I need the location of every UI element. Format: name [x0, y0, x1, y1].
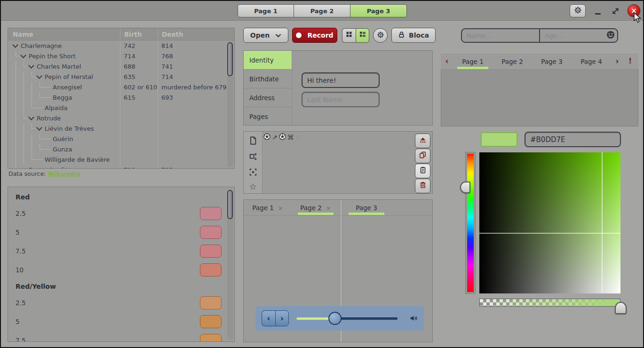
scroll-right-chevron-icon[interactable]: ›	[611, 56, 623, 66]
list-item[interactable]: 2.5	[8, 293, 234, 312]
paste-button[interactable]	[415, 164, 430, 178]
document-icon[interactable]	[249, 136, 257, 147]
tree-guide	[20, 154, 28, 165]
table-row[interactable]: Pepin of Herstal635714	[8, 71, 234, 82]
wikipedia-link[interactable]: Wikipedia	[48, 170, 81, 177]
delete-button[interactable]	[415, 179, 430, 193]
list-view-button[interactable]	[356, 28, 369, 43]
name-input[interactable]	[467, 32, 537, 40]
hue-slider-handle[interactable]	[460, 182, 470, 193]
table-row[interactable]: Alpaida	[8, 103, 234, 113]
tree-guide	[12, 134, 20, 144]
titlebar-tab-page-2[interactable]: Page 2	[294, 4, 350, 17]
hex-color-input[interactable]	[525, 132, 621, 147]
record-button[interactable]: Record	[292, 28, 337, 43]
titlebar-tab-page-3[interactable]: Page 3	[350, 4, 407, 17]
table-row[interactable]: Pepin the Short714768	[8, 51, 234, 61]
expander-chevron-icon[interactable]	[20, 53, 28, 59]
seek-slider-handle[interactable]	[328, 312, 342, 325]
right-tab-page-2[interactable]: Page 2	[493, 53, 532, 70]
maximize-icon[interactable]	[612, 7, 620, 17]
column-header-birth[interactable]: Birth	[120, 28, 158, 40]
close-tab-icon[interactable]: ×	[326, 205, 331, 212]
table-row[interactable]: Liévin de Trèves	[8, 123, 234, 134]
list-item-label: 5	[16, 229, 20, 236]
scrollbar[interactable]	[227, 189, 233, 340]
minimize-icon[interactable]	[595, 13, 601, 15]
open-button[interactable]: Open	[243, 28, 288, 43]
scrollbar-thumb[interactable]	[227, 190, 233, 219]
bloca-button[interactable]: Bloca	[391, 28, 436, 43]
settings-button[interactable]	[570, 4, 586, 17]
tree-guide	[20, 134, 28, 144]
scrollbar[interactable]	[227, 41, 233, 167]
next-button[interactable]: ›	[275, 310, 289, 326]
column-header-name[interactable]: Name	[8, 31, 120, 38]
smiley-icon[interactable]	[606, 30, 615, 41]
hue-slider[interactable]	[466, 152, 475, 293]
pages-tab-page-2[interactable]: Page 2×	[292, 200, 340, 216]
table-row[interactable]: Charles Martel688741	[8, 61, 234, 71]
list-item-label: 5	[16, 318, 20, 325]
expander-chevron-icon[interactable]	[28, 63, 36, 70]
seek-slider[interactable]	[296, 317, 398, 320]
tree-connector	[28, 154, 44, 165]
list-item[interactable]: 5	[8, 223, 234, 242]
table-row[interactable]: Charlemagne742814	[8, 40, 234, 51]
titlebar-tab-page-1[interactable]: Page 1	[238, 4, 294, 17]
close-tab-icon[interactable]: ×	[278, 205, 283, 212]
first-name-input[interactable]	[302, 72, 380, 88]
right-tab-page-4[interactable]: Page 4	[572, 53, 611, 70]
list-item[interactable]: 10	[8, 261, 234, 279]
tree-row-label: Begga	[53, 94, 72, 101]
table-row[interactable]: Willigarde de Bavière	[8, 154, 234, 165]
list-item[interactable]: 7.5	[8, 242, 234, 261]
list-item[interactable]: 2.5	[8, 204, 234, 223]
list-item[interactable]: 5	[8, 312, 234, 331]
expander-chevron-icon[interactable]	[36, 73, 44, 80]
copy-button[interactable]	[415, 149, 430, 163]
table-row[interactable]: Gunza	[8, 144, 234, 154]
expander-chevron-icon[interactable]	[36, 125, 44, 132]
right-tab-page-3[interactable]: Page 3	[532, 53, 572, 70]
pages-pane: Page 1×Page 2× Page 3 ‹ ›	[243, 199, 433, 342]
volume-icon[interactable]	[409, 314, 418, 324]
genealogy-table: Name Birth Death Charlemagne742814Pepin …	[8, 28, 235, 169]
scrollbar-thumb[interactable]	[227, 42, 233, 76]
form-tab-pages[interactable]: Pages	[244, 107, 292, 126]
eject-button[interactable]	[415, 134, 430, 148]
saturation-value-square[interactable]	[479, 152, 620, 293]
player-buttons: ‹ ›	[262, 310, 289, 326]
list-item[interactable]: 7.5	[8, 331, 234, 342]
pages-tab-label: Page 2	[300, 204, 322, 212]
grid-view-button[interactable]	[342, 28, 356, 43]
form-tab-identity[interactable]: Identity	[244, 51, 292, 70]
tree-connector	[36, 82, 52, 92]
overflow-indicator[interactable]: !	[628, 57, 632, 65]
table-row[interactable]: Guérin	[8, 134, 234, 144]
scroll-left-chevron-icon[interactable]: ‹	[441, 56, 453, 66]
expander-chevron-icon[interactable]	[12, 42, 20, 49]
expander-chevron-icon[interactable]	[28, 115, 36, 121]
death-cell: 693	[158, 94, 234, 101]
age-input[interactable]	[545, 32, 606, 40]
table-row[interactable]: Ansegisel602 or 610murdered before 679	[8, 82, 234, 92]
prev-button[interactable]: ‹	[262, 310, 275, 326]
pages-tab-page-1[interactable]: Page 1×	[244, 200, 292, 216]
table-row[interactable]: Begga615693	[8, 92, 234, 103]
pages-tab-page-3[interactable]: Page 3	[342, 200, 390, 216]
alpha-slider-handle[interactable]	[615, 302, 627, 314]
alpha-slider[interactable]	[479, 299, 620, 307]
settings-round-button[interactable]	[373, 28, 388, 43]
scan-icon[interactable]	[249, 168, 257, 178]
star-icon[interactable]: ☆	[249, 183, 256, 190]
table-row[interactable]: Bertrade of Laon710783	[8, 165, 234, 168]
form-tab-birthdate[interactable]: Birthdate	[244, 70, 292, 88]
column-header-death[interactable]: Death	[158, 28, 234, 40]
expander-chevron-icon[interactable]	[20, 166, 28, 168]
resize-icon[interactable]	[249, 152, 257, 163]
right-tab-page-1[interactable]: Page 1	[453, 53, 493, 70]
form-tab-address[interactable]: Address	[244, 88, 292, 107]
last-name-input[interactable]	[302, 92, 380, 107]
table-row[interactable]: Rotrude	[8, 113, 234, 123]
